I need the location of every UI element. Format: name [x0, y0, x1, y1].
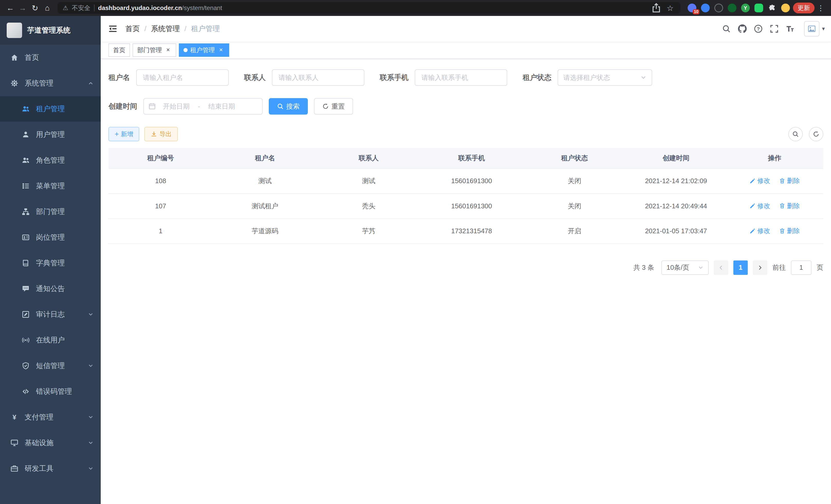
prev-page-button[interactable]: [714, 261, 728, 275]
sidebar-item-sms[interactable]: 短信管理: [0, 353, 101, 379]
extension-icon-4[interactable]: [728, 4, 737, 12]
mobile-input[interactable]: [415, 69, 507, 86]
refresh-icon: [813, 131, 820, 138]
home-icon: [10, 53, 19, 62]
app-logo[interactable]: 芋道管理系统: [0, 16, 101, 45]
url-host: dashboard.yudao.iocoder.cn: [98, 4, 182, 11]
extension-icon-1[interactable]: 10: [688, 4, 696, 12]
date-end-input[interactable]: [203, 102, 241, 111]
search-icon[interactable]: [720, 23, 733, 35]
delete-link[interactable]: 删除: [779, 176, 800, 185]
sidebar-item-dept[interactable]: 部门管理: [0, 199, 101, 225]
search-button[interactable]: 搜索: [269, 98, 308, 115]
browser-reload-icon[interactable]: ↻: [29, 2, 41, 14]
sidebar-item-system[interactable]: 系统管理: [0, 70, 101, 96]
close-icon[interactable]: ×: [165, 47, 172, 54]
delete-label: 删除: [787, 227, 800, 235]
tab-label: 部门管理: [137, 46, 162, 54]
cell-id: 108: [109, 169, 213, 194]
app-title: 芋道管理系统: [27, 25, 70, 35]
sidebar-item-menu-mgmt[interactable]: 菜单管理: [0, 173, 101, 199]
sidebar-item-home[interactable]: 首页: [0, 45, 101, 70]
bookmark-star-icon[interactable]: ☆: [665, 3, 675, 13]
browser-update-button[interactable]: 更新: [793, 3, 814, 13]
sidebar-item-dict[interactable]: 字典管理: [0, 250, 101, 276]
sidebar-item-audit-log[interactable]: 审计日志: [0, 302, 101, 327]
date-start-input[interactable]: [157, 102, 195, 111]
font-size-icon[interactable]: [784, 23, 796, 35]
extension-icon-2[interactable]: [701, 4, 710, 12]
puzzle-extensions-icon[interactable]: [768, 4, 776, 12]
status-select[interactable]: 请选择租户状态: [557, 69, 652, 86]
add-button[interactable]: + 新增: [109, 127, 139, 141]
reset-button[interactable]: 重置: [314, 98, 353, 115]
github-icon[interactable]: [736, 23, 748, 35]
sidebar-item-post[interactable]: 岗位管理: [0, 225, 101, 250]
breadcrumb-home[interactable]: 首页: [125, 24, 140, 34]
contact-label: 联系人: [244, 73, 266, 83]
sidebar-fold-icon[interactable]: [101, 16, 125, 41]
page-number-1[interactable]: 1: [733, 261, 748, 275]
role-icon: [22, 156, 30, 165]
trash-icon: [779, 178, 785, 184]
export-button[interactable]: 导出: [144, 127, 178, 141]
show-search-button[interactable]: [789, 127, 803, 141]
browser-home-icon[interactable]: ⌂: [41, 2, 53, 14]
cell-contact: 测试: [317, 169, 420, 194]
delete-link[interactable]: 删除: [779, 227, 800, 235]
breadcrumb-system[interactable]: 系统管理: [151, 24, 180, 34]
goto-page-input[interactable]: [791, 261, 811, 275]
browser-back-icon[interactable]: ←: [4, 2, 17, 14]
extension-icon-8[interactable]: [781, 4, 790, 12]
edit-label: 修改: [757, 202, 770, 210]
share-icon[interactable]: [651, 3, 661, 13]
sidebar-item-payment[interactable]: ¥ 支付管理: [0, 404, 101, 430]
chevron-down-icon: [88, 414, 93, 420]
fullscreen-icon[interactable]: [768, 23, 780, 35]
sidebar-item-error-code[interactable]: 错误码管理: [0, 379, 101, 404]
page-size-select[interactable]: 10条/页: [661, 261, 709, 275]
col-created: 创建时间: [626, 148, 726, 169]
search-icon: [792, 131, 799, 138]
contact-input[interactable]: [272, 69, 364, 86]
edit-link[interactable]: 修改: [749, 227, 770, 235]
sidebar-item-dev-tools[interactable]: 研发工具: [0, 456, 101, 481]
cell-created: 2021-12-14 20:49:44: [626, 194, 726, 219]
close-icon[interactable]: ×: [218, 47, 225, 54]
sidebar-item-user[interactable]: 用户管理: [0, 122, 101, 147]
extension-icon-3[interactable]: [714, 4, 723, 12]
edit-link[interactable]: 修改: [749, 176, 770, 185]
user-menu[interactable]: ▾: [804, 21, 825, 36]
trash-icon: [779, 203, 785, 209]
search-button-label: 搜索: [286, 102, 299, 111]
extension-icon-6[interactable]: [754, 4, 763, 12]
delete-link[interactable]: 删除: [779, 202, 800, 210]
tenant-name-input[interactable]: [136, 69, 229, 86]
browser-forward-icon[interactable]: →: [17, 2, 29, 14]
tab-tenant[interactable]: 租户管理 ×: [179, 43, 229, 57]
filter-row-1: 租户名 联系人 联系手机 租户状态 请选择租户状态: [109, 69, 823, 86]
edit-link[interactable]: 修改: [749, 202, 770, 210]
tags-view-bar: 首页 部门管理 × 租户管理 ×: [101, 41, 831, 59]
sidebar-item-tenant[interactable]: 租户管理: [0, 96, 101, 122]
sidebar-item-notice[interactable]: 通知公告: [0, 276, 101, 302]
next-page-button[interactable]: [753, 261, 767, 275]
address-bar[interactable]: ⚠ 不安全 dashboard.yudao.iocoder.cn/system/…: [58, 2, 681, 14]
extension-badge: 10: [693, 9, 699, 14]
date-range-picker[interactable]: -: [143, 98, 263, 115]
extension-icon-5[interactable]: Y: [741, 4, 750, 12]
help-icon[interactable]: ?: [752, 23, 765, 35]
caret-down-icon: ▾: [822, 25, 825, 32]
sidebar-item-online-users[interactable]: 在线用户: [0, 327, 101, 353]
sidebar-item-role[interactable]: 角色管理: [0, 147, 101, 173]
sidebar: 芋道管理系统 首页 系统管理 租户管理 用户管理 角色管: [0, 16, 101, 504]
page-url: dashboard.yudao.iocoder.cn/system/tenant: [98, 4, 222, 11]
browser-menu-icon[interactable]: ⋮: [814, 4, 827, 12]
sidebar-item-infra[interactable]: 基础设施: [0, 430, 101, 456]
refresh-table-button[interactable]: [809, 127, 823, 141]
delete-label: 删除: [787, 176, 800, 185]
table-row: 107 测试租户 秃头 15601691300 关闭 2021-12-14 20…: [109, 194, 823, 219]
tab-label: 首页: [113, 46, 125, 54]
tab-dept[interactable]: 部门管理 ×: [133, 43, 176, 57]
tab-home[interactable]: 首页: [109, 43, 130, 57]
